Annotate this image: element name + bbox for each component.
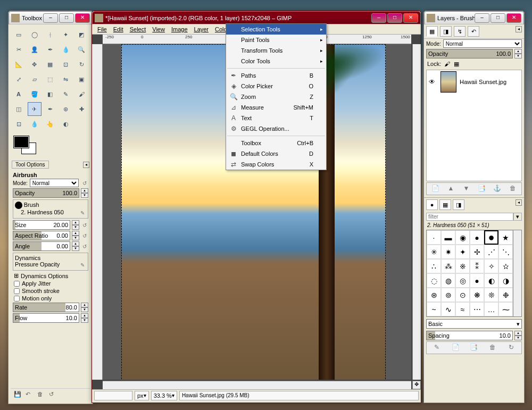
brush-item[interactable]: ◍ [441, 273, 455, 288]
dock-menu-icon[interactable]: ◂ [516, 199, 522, 206]
menu-default-colors[interactable]: ◼Default ColorsD [226, 148, 326, 159]
brush-item[interactable]: ⋱ [498, 245, 513, 259]
duplicate-brush-icon[interactable]: 📑 [470, 344, 478, 352]
unit-select[interactable]: px ▾ [135, 391, 149, 400]
brush-item[interactable]: ● [484, 230, 498, 245]
flip-tool[interactable]: ⇋ [59, 72, 73, 86]
airbrush-tool[interactable]: ✈ [28, 102, 41, 116]
rate-slider[interactable]: Rate80.0 [13, 303, 79, 312]
brush-item[interactable]: ◌ [427, 273, 441, 288]
free-select-tool[interactable]: ⟊ [43, 28, 57, 41]
measure-tool[interactable]: 📐 [12, 57, 26, 71]
brush-item[interactable]: ⁑ [470, 259, 484, 273]
paths-tool[interactable]: ✒ [43, 43, 57, 56]
perspective-tool[interactable]: ⬚ [43, 72, 57, 86]
brush-item[interactable]: · [427, 230, 441, 245]
size-spinner[interactable]: ▲▼ [72, 220, 79, 230]
brush-item[interactable]: ✢ [470, 245, 484, 259]
layer-opacity-slider[interactable]: Opacity100.0 [426, 49, 513, 58]
channels-tab-icon[interactable]: ◨ [440, 26, 452, 37]
brush-item[interactable]: ❊ [484, 288, 498, 302]
mode-select[interactable]: Normal [30, 179, 79, 187]
minimize-button[interactable]: – [475, 13, 489, 23]
refresh-brush-icon[interactable]: ↻ [507, 344, 516, 352]
brush-item[interactable]: ⋯ [470, 302, 484, 316]
raise-layer-icon[interactable]: ▲ [447, 185, 455, 193]
ellipse-select-tool[interactable]: ◯ [28, 28, 41, 41]
ruler-vertical[interactable] [92, 44, 103, 380]
delete-preset-icon[interactable]: 🗑 [37, 391, 46, 399]
spacing-spinner[interactable]: ▲▼ [514, 331, 522, 340]
aspect-slider[interactable]: Aspect Ratio0.00 [13, 231, 70, 240]
brush-item[interactable]: ⁓ [498, 302, 513, 316]
vertical-scrollbar[interactable] [412, 44, 421, 380]
brush-item[interactable]: ◎ [455, 273, 470, 288]
menu-image[interactable]: Image [168, 25, 191, 34]
menu-text[interactable]: ATextT [226, 113, 326, 123]
layer-opacity-spinner[interactable]: ▲▼ [514, 49, 522, 58]
rect-select-tool[interactable]: ▭ [12, 28, 26, 41]
menu-paths[interactable]: ✒PathsB [226, 70, 326, 81]
dock-menu-icon[interactable]: ◂ [83, 162, 89, 168]
brush-item[interactable]: ∴ [427, 259, 441, 273]
maximize-button[interactable]: □ [387, 13, 402, 23]
undo-tab-icon[interactable]: ↶ [468, 26, 479, 37]
rate-spinner[interactable]: ▲▼ [81, 303, 88, 312]
brush-item[interactable]: ⊛ [427, 288, 441, 302]
minimize-button[interactable]: – [371, 13, 386, 23]
brush-item[interactable]: ● [470, 273, 484, 288]
maximize-button[interactable]: □ [59, 13, 74, 23]
opacity-spinner[interactable]: ▲▼ [81, 188, 88, 198]
restore-preset-icon[interactable]: ↶ [26, 391, 34, 399]
aspect-reset-icon[interactable]: ↺ [81, 232, 88, 239]
titlebar[interactable]: *[Hawaii Sunset] (imported)-2.0 (RGB col… [92, 11, 421, 24]
titlebar[interactable]: Toolbox - Tool Options – □ ✕ [9, 11, 93, 24]
brush-item[interactable]: … [484, 302, 498, 316]
visibility-eye-icon[interactable]: 👁 [429, 78, 437, 86]
angle-slider[interactable]: Angle0.00 [13, 241, 70, 251]
menu-gegl[interactable]: ⚙GEGL Operation... [226, 123, 326, 134]
angle-reset-icon[interactable]: ↺ [81, 242, 88, 250]
lock-alpha-icon[interactable]: ▦ [453, 60, 460, 68]
close-button[interactable]: ✕ [403, 13, 418, 23]
color-picker-tool[interactable]: 💧 [59, 43, 73, 56]
motion-only-checkbox[interactable] [14, 296, 20, 302]
gradients-tab-icon[interactable]: ◨ [453, 199, 464, 210]
dodge-tool[interactable]: ◐ [59, 117, 73, 131]
new-layer-icon[interactable]: 📄 [431, 185, 440, 193]
brush-item[interactable]: ❋ [470, 288, 484, 302]
brush-item[interactable]: ≈ [455, 302, 470, 316]
lock-pixels-icon[interactable]: 🖌 [443, 60, 451, 68]
brush-item[interactable]: ∿ [441, 302, 455, 316]
brushes-tab-icon[interactable]: ● [426, 199, 438, 210]
brush-item[interactable]: ⊚ [441, 288, 455, 302]
reset-icon[interactable]: ↺ [49, 391, 57, 399]
delete-layer-icon[interactable]: 🗑 [509, 185, 517, 193]
dynamics-edit-icon[interactable]: ✎ [79, 261, 86, 269]
layers-tab-icon[interactable]: ▦ [426, 26, 438, 37]
foreground-select-tool[interactable]: 👤 [28, 43, 41, 56]
brush-item[interactable]: ✳ [427, 245, 441, 259]
menu-measure[interactable]: ⊿MeasureShift+M [226, 102, 326, 113]
menu-layer[interactable]: Layer [191, 25, 212, 34]
horizontal-scrollbar[interactable] [103, 381, 411, 389]
brush-edit-icon[interactable]: ✎ [79, 209, 86, 216]
brush-item[interactable]: ✫ [498, 259, 513, 273]
pencil-tool[interactable]: ✎ [59, 87, 73, 101]
paintbrush-tool[interactable]: 🖌 [74, 87, 88, 101]
flow-spinner[interactable]: ▲▼ [81, 313, 88, 323]
spacing-slider[interactable]: Spacing10.0 [426, 331, 513, 340]
menu-transform-tools[interactable]: Transform Tools▸ [226, 45, 326, 56]
basic-selector[interactable]: Basic▾ [426, 319, 522, 329]
aspect-spinner[interactable]: ▲▼ [72, 231, 79, 240]
layer-mode-select[interactable]: Normal [443, 39, 522, 48]
brush-item[interactable]: ◑ [498, 273, 513, 288]
zoom-select[interactable]: 33.3 % ▾ [151, 391, 177, 400]
anchor-layer-icon[interactable]: ⚓ [493, 185, 502, 193]
clone-tool[interactable]: ⊛ [59, 102, 73, 116]
save-preset-icon[interactable]: 💾 [14, 391, 22, 399]
scale-tool[interactable]: ⤢ [12, 72, 26, 86]
close-button[interactable]: ✕ [506, 13, 521, 23]
duplicate-layer-icon[interactable]: 📑 [478, 185, 486, 193]
ink-tool[interactable]: ✒ [43, 102, 57, 116]
